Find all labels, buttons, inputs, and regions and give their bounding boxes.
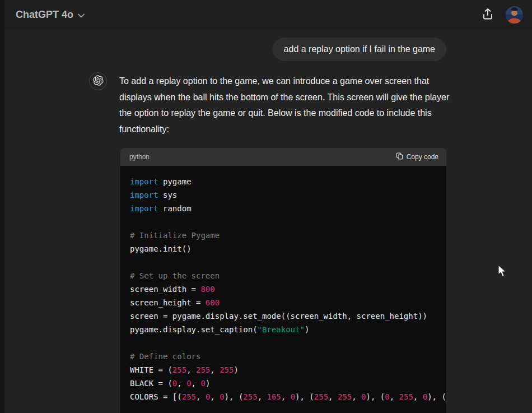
share-upload-icon [481, 7, 494, 22]
code-line: BLACK = (0, 0, 0) [130, 377, 446, 390]
assistant-message-text: To add a replay option to the game, we c… [119, 73, 450, 137]
code-line: # Initialize Pygame [130, 229, 446, 242]
avatar[interactable] [506, 6, 523, 24]
code-line: pygame.init() [130, 242, 446, 256]
code-language-label: python [129, 153, 150, 161]
code-content: import pygameimport sysimport random # I… [120, 166, 446, 413]
user-message-bubble: add a replay option if I fail in the gam… [273, 38, 446, 61]
mouse-cursor [497, 264, 507, 280]
code-line: import pygame [130, 175, 446, 188]
share-button[interactable] [481, 7, 494, 22]
code-block-header: python Copy code [120, 148, 446, 166]
copy-code-label: Copy code [407, 153, 438, 161]
code-line: screen_width = 800 [130, 282, 446, 296]
model-label: ChatGPT 4o [16, 9, 73, 21]
code-line: screen_height = 600 [130, 296, 446, 309]
topbar-actions [481, 6, 523, 24]
code-line: # Define colors [130, 350, 446, 363]
sidebar-edge [0, 0, 4, 413]
code-block: python Copy code import pygameimport sys… [120, 148, 446, 413]
code-line [130, 215, 446, 229]
code-line [130, 336, 446, 350]
copy-icon [396, 152, 403, 161]
openai-logo-icon [93, 75, 104, 88]
code-line: pygame.display.set_caption("Breakout") [130, 323, 446, 336]
copy-code-button[interactable]: Copy code [396, 152, 438, 161]
code-line: import sys [130, 188, 446, 202]
code-line: COLORS = [(255, 0, 0), (255, 165, 0), (2… [130, 390, 446, 403]
code-line [130, 256, 446, 269]
code-line: screen = pygame.display.set_mode((screen… [130, 309, 446, 323]
assistant-avatar [89, 72, 107, 90]
user-message-row: add a replay option if I fail in the gam… [119, 38, 446, 61]
top-bar: ChatGPT 4o [4, 0, 532, 29]
model-switcher[interactable]: ChatGPT 4o [16, 9, 85, 21]
code-line: import random [130, 202, 446, 215]
code-line: # Set up the screen [130, 269, 446, 282]
code-line: WHITE = (255, 255, 255) [130, 363, 446, 377]
chevron-down-icon [78, 9, 85, 21]
